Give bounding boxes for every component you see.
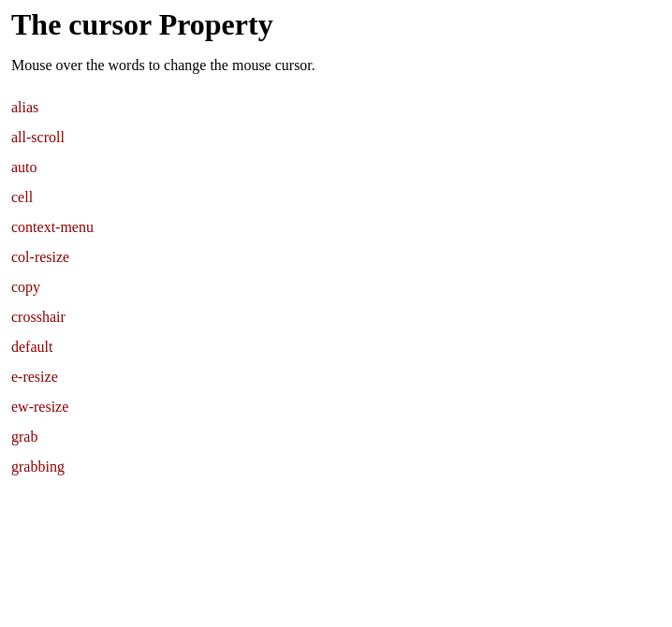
cursor-list-item[interactable]: context-menu [11, 212, 661, 242]
cursor-list-item[interactable]: default [11, 332, 661, 362]
cursor-list-item[interactable]: ew-resize [11, 392, 661, 422]
cursor-list: aliasall-scrollautocellcontext-menucol-r… [11, 93, 661, 482]
cursor-list-item[interactable]: all-scroll [11, 123, 661, 153]
cursor-list-item[interactable]: grab [11, 422, 661, 452]
cursor-list-item[interactable]: e-resize [11, 362, 661, 392]
page-subtitle: Mouse over the words to change the mouse… [11, 57, 661, 74]
cursor-list-item[interactable]: crosshair [11, 302, 661, 332]
page-title: The cursor Property [11, 7, 661, 42]
cursor-list-item[interactable]: col-resize [11, 242, 661, 272]
cursor-list-item[interactable]: auto [11, 153, 661, 182]
cursor-list-item[interactable]: alias [11, 93, 661, 123]
cursor-list-item[interactable]: copy [11, 272, 661, 302]
cursor-list-item[interactable]: cell [11, 182, 661, 212]
cursor-list-item[interactable]: grabbing [11, 452, 661, 482]
